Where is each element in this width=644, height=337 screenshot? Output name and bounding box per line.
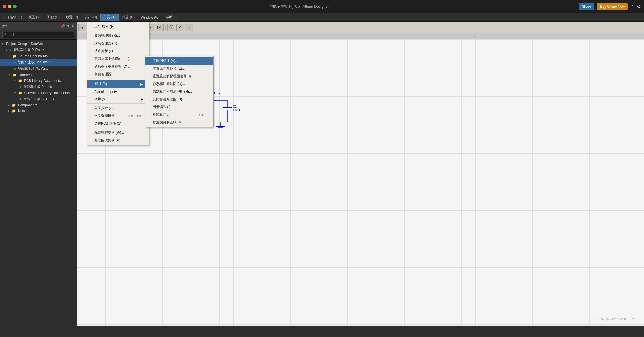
sch-icon: ≡ [14,60,16,64]
signal-label: Signal Integrity... [94,90,120,94]
tools-menu-item-param[interactable]: 参数管理器 (R)... [87,32,149,40]
annot-menu-item-sheet-num[interactable]: 图纸编号 (I)... [145,103,213,111]
pin-swap-label: 配置管脚交换 (W)... [94,130,124,135]
menu-item-help[interactable]: 帮助 (H) [163,14,181,21]
components-folder-icon: 📁 [12,103,16,107]
tree-libraries[interactable]: ▼ 📁 Libraries [0,72,77,78]
tools-menu-item-update-sel[interactable]: 更新从库中选择的... (L)... [87,55,149,63]
text-btn[interactable]: A [176,24,184,31]
menu-item-window[interactable]: Window (W) [138,15,162,20]
title-bar: 智能车主板.PrjPcb - Altium Designer Share Buy… [0,0,644,13]
arc-btn[interactable]: ∩ [185,24,193,31]
tools-menu-item-cross-select[interactable]: 交叉选择模式 Shift+Ctrl+X [87,112,149,120]
pcb-lib-docs-label: PCB Library Documents [24,79,61,83]
title-right-buttons: Share Buy Online Now ⌂ ⚙ [579,3,641,10]
collapse-icon[interactable]: ▼ [67,24,70,28]
tree-pcbdoc[interactable]: ■ 智能车主板.PcbDoc [0,66,77,72]
back-label: 反向标注原理图 (B)... [153,97,185,102]
tree-components[interactable]: ▶ 📁 Components [0,102,77,108]
close-dot[interactable] [3,5,6,8]
annotate-label: 标注 (A) [95,82,107,86]
project-group-text: Project Group 1.DsnWrk [6,42,43,46]
lib-folder-icon: 📁 [12,73,17,77]
svg-text:C1: C1 [233,105,237,108]
ruler-top: 2 3 [77,33,644,39]
menu-item-view[interactable]: 视图 (V) [26,14,44,21]
select-pcb-label: 选择PCB 器件 (S) [94,121,121,126]
annot-menu-item-static[interactable]: 静态标注原理图 (U)... [145,80,213,88]
menu-item-place[interactable]: 放置 (P) [63,14,81,21]
convert-arrow: ▶ [141,97,143,101]
share-button[interactable]: Share [579,3,594,10]
tree-pcb-lib-docs[interactable]: ▼ 📁 PCB Library Documents [0,78,77,84]
pin-icon[interactable]: 📌 [61,24,65,28]
tools-menu-item-items[interactable]: 条目管理器... [87,70,149,78]
menu-item-report[interactable]: 报告 (R) [119,14,138,21]
update-db-label: 从数据库更新参数 (D)... [94,64,130,69]
tools-menu-item-annotate[interactable]: 标注 (A) ▶ [87,80,149,88]
tree-project[interactable]: ▼ ■ 智能车主板.PrjPcb • [0,47,77,53]
svg-text:100uF: 100uF [233,109,241,112]
annot-menu-item-force-all[interactable]: 强制标注所有原理图 (N)... [145,88,213,96]
component-btn[interactable]: D1 [156,24,164,31]
tools-menu-item-update-lib[interactable]: 从库更新 (L)... [87,47,149,55]
pcbdoc-label: 智能车主板.PcbDoc [18,66,48,71]
nets-label: Nets [18,109,25,113]
tools-menu-item-package[interactable]: 封装管理器 (G)... [87,40,149,47]
annot-menu-item-annotate[interactable]: 原理图标注 (A)... [145,57,213,65]
tools-menu-item-cross-probe[interactable]: 交叉探针 (C) [87,104,149,112]
toolbar: ▼ ✚ ▭ ≡ ≐ Vcc || ▪ D1 ⓘ A ∩ [77,22,644,33]
libraries-label: Libraries [19,73,32,77]
pcb-lib-folder-icon: 📁 [18,79,22,83]
menu-item-design[interactable]: 设计 (D) [81,14,100,21]
annot-menu-item-back[interactable]: 反向标注原理图 (B)... [145,96,213,103]
hierarchy-label: 上/下层次 (H) [94,24,114,29]
schlib-icon: ≡ [19,97,21,101]
menu-item-tools[interactable]: 工具 (T) [100,14,119,21]
tools-menu-item-hierarchy[interactable]: 上/下层次 (H) [87,23,149,31]
cross-probe-label: 交叉探针 (C) [94,106,114,111]
menu-item-project[interactable]: 工程 (C) [44,14,62,21]
project-tree: ▶ Project Group 1.DsnWrk ▼ ■ 智能车主板.PrjPc… [0,40,77,326]
param-label: 参数管理器 (R)... [94,33,120,38]
cross-select-label: 交叉选择模式 [94,113,115,118]
tree-source-docs[interactable]: ▼ 📁 Source Documents [0,53,77,59]
schlib-label: 智能车主板.SCHLIB [23,97,54,101]
annotation-dropdown: 原理图标注 (A)... 重置原理图位号 (E)... 重置重复的原理图位号 (… [145,56,214,127]
tools-menu-item-signal[interactable]: Signal Integrity... [87,88,149,95]
annot-menu-item-reset[interactable]: 重置原理图位号 (E)... [145,65,213,72]
close-panel-icon[interactable]: ✕ [71,24,74,28]
tools-menu-item-update-db[interactable]: 从数据库更新参数 (D)... [87,63,149,70]
tools-menu-item-convert[interactable]: 转换 (V) ▶ [87,95,149,103]
settings-icon[interactable]: ⚙ [637,3,641,10]
update-sel-label: 更新从库中选择的... (L)... [94,56,132,61]
dropdown-sep-3 [87,103,149,104]
maximize-dot[interactable] [13,5,17,8]
home-icon[interactable]: ⌂ [631,3,634,9]
reset-dup-label: 重置重复的原理图位号 (I)... [153,74,194,79]
annot-menu-item-board[interactable]: 板级标注... Ctrl+L [145,111,213,119]
tools-menu-item-pin-swap[interactable]: 配置管脚交换 (W)... [87,129,149,137]
project-group-label[interactable]: ▶ Project Group 1.DsnWrk [0,41,77,47]
minimize-dot[interactable] [8,5,11,8]
annot-menu-item-edited[interactable]: 标注编辑的图纸 (M)... [145,119,213,126]
menu-item-edit[interactable]: (E) 编辑 (E) [1,14,25,21]
annot-menu-item-reset-dup[interactable]: 重置重复的原理图位号 (I)... [145,72,213,80]
app-title: 智能车主板.PrjPcb - Altium Designer [19,4,579,9]
package-label: 封装管理器 (G)... [94,41,120,46]
filter-btn[interactable]: ▼ [78,24,86,31]
tools-menu-item-prefs[interactable]: 原理图优先项 (P)... [87,137,149,144]
tree-pcblib[interactable]: ■ 智能车主板.PcbLib [0,84,77,90]
tree-sch-lib-docs[interactable]: ▼ 📁 Schematic Library Documents [0,90,77,96]
tree-schdoc[interactable]: ≡ 智能车主板.SchDoc • [0,59,77,66]
search-input[interactable] [2,32,74,38]
buy-button[interactable]: Buy Online Now [597,3,628,10]
tools-menu-item-select-pcb[interactable]: 选择PCB 器件 (S) [87,120,149,127]
schdoc-label: 智能车主板.SchDoc • [18,60,50,65]
source-docs-label: Source Documents [19,54,48,58]
window-controls [3,5,17,8]
tree-nets[interactable]: ▶ 📁 Nets [0,108,77,114]
tree-schlib[interactable]: ≡ 智能车主板.SCHLIB [0,96,77,102]
ruler-mark-2: 2 [304,35,305,38]
info-btn[interactable]: ⓘ [167,24,175,31]
